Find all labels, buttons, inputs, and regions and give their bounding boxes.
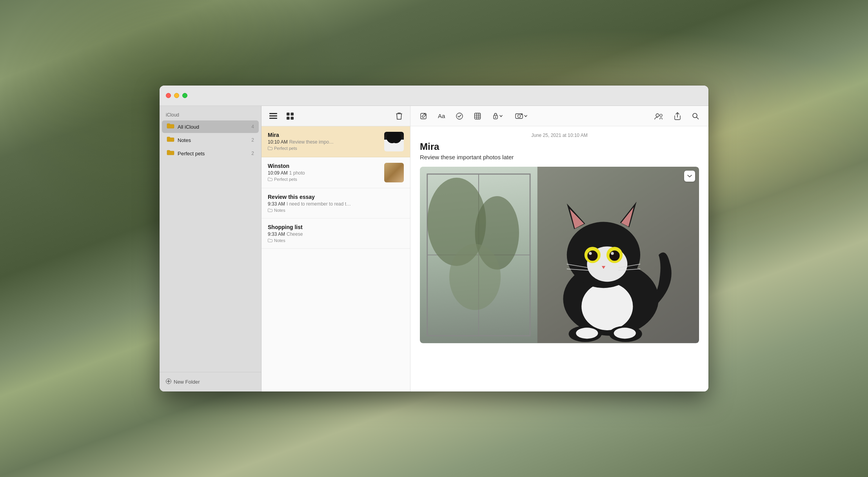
note-thumbnail-dog — [384, 163, 404, 182]
collaborate-button[interactable] — [653, 111, 665, 121]
format-button[interactable]: Aa — [436, 111, 447, 121]
notes-list-toolbar — [261, 106, 410, 126]
note-preview: Review these impo… — [289, 139, 334, 145]
svg-point-47 — [589, 252, 592, 255]
list-view-button[interactable] — [268, 111, 279, 121]
note-time: 9:33 AM — [268, 201, 285, 207]
svg-point-22 — [656, 114, 659, 117]
svg-rect-3 — [269, 113, 277, 114]
note-detail-panel: Aa — [410, 106, 708, 391]
note-detail-toolbar: Aa — [410, 106, 708, 126]
note-folder-name: Notes — [274, 208, 285, 213]
format-label: Aa — [438, 113, 445, 119]
note-item-winston[interactable]: Winston 10:09 AM 1 photo Perfect pets — [261, 157, 410, 188]
sidebar-item-notes[interactable]: Notes 2 — [162, 134, 259, 146]
note-preview: Cheese — [287, 231, 303, 237]
search-button[interactable] — [690, 111, 701, 121]
note-time: 9:33 AM — [268, 231, 285, 237]
svg-point-55 — [576, 328, 598, 339]
note-folder: Notes — [268, 238, 404, 243]
table-button[interactable] — [472, 111, 483, 121]
svg-point-56 — [614, 328, 636, 339]
folder-icon — [167, 123, 174, 131]
grid-view-button[interactable] — [285, 111, 295, 121]
svg-line-25 — [697, 117, 699, 119]
sidebar-item-perfect-pets[interactable]: Perfect pets 2 — [162, 147, 259, 160]
note-folder: Perfect pets — [268, 177, 380, 182]
folder-icon — [167, 149, 174, 157]
note-meta: 10:09 AM 1 photo — [268, 170, 380, 176]
close-button[interactable] — [166, 93, 171, 98]
note-time: 10:09 AM — [268, 170, 288, 176]
note-detail-content: June 25, 2021 at 10:10 AM Mira Review th… — [410, 126, 708, 391]
traffic-lights — [166, 93, 187, 98]
note-folder: Perfect pets — [268, 146, 380, 151]
note-detail-timestamp: June 25, 2021 at 10:10 AM — [410, 126, 708, 141]
note-detail-image — [420, 167, 699, 343]
svg-point-48 — [611, 252, 614, 255]
sidebar-item-name: Perfect pets — [178, 151, 248, 157]
svg-point-45 — [587, 251, 597, 261]
svg-point-46 — [609, 251, 619, 261]
svg-point-18 — [495, 117, 496, 118]
sidebar-item-count: 2 — [251, 151, 254, 156]
sidebar-bottom: New Folder — [160, 372, 261, 391]
maximize-button[interactable] — [182, 93, 187, 98]
svg-rect-9 — [291, 117, 294, 120]
note-title: Mira — [268, 132, 380, 138]
note-title: Winston — [268, 163, 380, 169]
note-item-shopping-list[interactable]: Shopping list 9:33 AM Cheese Notes — [261, 218, 410, 249]
note-title: Review this essay — [268, 194, 404, 200]
svg-rect-8 — [287, 117, 290, 120]
svg-rect-7 — [291, 113, 294, 116]
plus-circle-icon — [166, 379, 171, 385]
compose-button[interactable] — [418, 111, 429, 121]
lock-button[interactable] — [490, 111, 505, 121]
delete-note-button[interactable] — [394, 111, 404, 122]
main-content: iCloud All iCloud 4 Notes 2 — [160, 106, 708, 391]
svg-point-20 — [518, 115, 521, 117]
note-item-content: Shopping list 9:33 AM Cheese Notes — [268, 224, 404, 243]
note-item-content: Review this essay 9:33 AM I need to reme… — [268, 194, 404, 213]
note-meta: 10:10 AM Review these impo… — [268, 139, 380, 145]
note-item-content: Mira 10:10 AM Review these impo… Perfect… — [268, 132, 380, 151]
app-window: iCloud All iCloud 4 Notes 2 — [160, 86, 708, 391]
notes-list-panel: Mira 10:10 AM Review these impo… Perfect… — [261, 106, 410, 391]
note-detail-subtitle: Review these important photos later — [410, 154, 708, 167]
note-item-content: Winston 10:09 AM 1 photo Perfect pets — [268, 163, 380, 182]
note-preview: 1 photo — [289, 170, 305, 176]
svg-point-36 — [581, 282, 633, 330]
note-item-review-essay[interactable]: Review this essay 9:33 AM I need to reme… — [261, 188, 410, 218]
note-item-mira[interactable]: Mira 10:10 AM Review these impo… Perfect… — [261, 126, 410, 157]
sidebar-item-name: All iCloud — [178, 124, 248, 130]
svg-point-21 — [521, 114, 522, 115]
image-dropdown-button[interactable] — [684, 171, 695, 182]
svg-rect-4 — [269, 115, 277, 117]
minimize-button[interactable] — [174, 93, 179, 98]
sidebar-item-name: Notes — [178, 137, 248, 143]
checklist-button[interactable] — [454, 111, 465, 121]
note-title: Shopping list — [268, 224, 404, 230]
add-photo-button[interactable] — [513, 111, 530, 121]
note-folder-name: Perfect pets — [274, 177, 297, 182]
note-thumbnail-cat — [384, 132, 404, 151]
svg-rect-5 — [269, 118, 277, 119]
svg-rect-6 — [287, 113, 290, 116]
new-folder-label: New Folder — [174, 379, 200, 385]
sidebar-item-all-icloud[interactable]: All iCloud 4 — [162, 120, 259, 133]
note-folder-name: Notes — [274, 238, 285, 243]
svg-point-23 — [660, 114, 662, 117]
folder-icon — [167, 136, 174, 144]
sidebar-section-label: iCloud — [160, 106, 261, 120]
sidebar: iCloud All iCloud 4 Notes 2 — [160, 106, 261, 391]
share-button[interactable] — [672, 111, 683, 122]
note-meta: 9:33 AM I need to remember to read t… — [268, 201, 404, 207]
note-folder-name: Perfect pets — [274, 146, 297, 151]
new-folder-button[interactable]: New Folder — [166, 379, 200, 385]
note-preview: I need to remember to read t… — [287, 201, 351, 207]
note-meta: 9:33 AM Cheese — [268, 231, 404, 237]
sidebar-item-count: 4 — [251, 124, 254, 129]
title-bar — [160, 86, 708, 106]
note-folder: Notes — [268, 208, 404, 213]
note-detail-title[interactable]: Mira — [410, 141, 708, 154]
